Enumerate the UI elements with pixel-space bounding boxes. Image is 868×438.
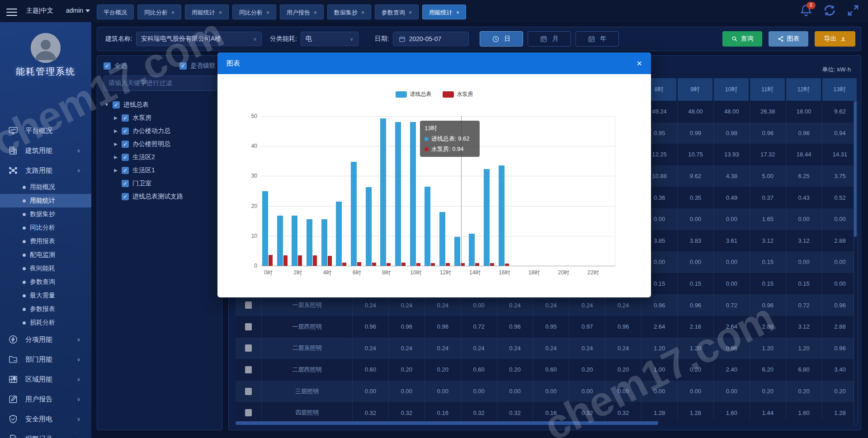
sidebar-subitem-最大需量[interactable]: 最大需量 — [0, 289, 91, 302]
chart-button[interactable]: 图表 — [769, 31, 808, 47]
vertical-scrollbar[interactable] — [854, 101, 858, 424]
sidebar-item-报警记录[interactable]: 报警记录∨ — [0, 429, 91, 438]
bar-进线总表-14时[interactable] — [469, 234, 475, 266]
tab-参数查询-6[interactable]: 参数查询× — [375, 5, 419, 19]
bar-水泵房-7时[interactable] — [372, 263, 376, 266]
tree-node-门卫室[interactable]: ✓门卫室 — [97, 177, 222, 190]
bell-icon[interactable]: 0 — [799, 4, 813, 17]
sidebar-subitem-损耗分析[interactable]: 损耗分析 — [0, 316, 91, 330]
tab-同比分析-1[interactable]: 同比分析× — [137, 5, 181, 19]
sidebar-item-支路用能[interactable]: 支路用能∧ — [0, 160, 91, 180]
tree-closed-icon[interactable]: ▶ — [113, 155, 119, 160]
bar-水泵房-3时[interactable] — [313, 255, 317, 266]
legend-item-水泵房[interactable]: 水泵房 — [443, 90, 473, 98]
tree-node-水泵房[interactable]: ▶✓水泵房 — [97, 111, 222, 124]
tree-closed-icon[interactable]: ▶ — [113, 128, 119, 133]
sidebar-subitem-数据集抄[interactable]: 数据集抄 — [0, 207, 91, 221]
sidebar-subitem-参数查询[interactable]: 参数查询 — [0, 275, 91, 289]
period-button-日[interactable]: 日 — [480, 31, 523, 47]
bar-进线总表-7时[interactable] — [366, 187, 372, 266]
query-button[interactable]: 查询 — [722, 31, 762, 47]
bar-水泵房-6时[interactable] — [357, 262, 361, 266]
sidebar-item-部门用能[interactable]: 部门用能∨ — [0, 349, 91, 369]
tab-close-icon[interactable]: × — [361, 9, 364, 16]
checkbox-checked-icon[interactable]: ✓ — [122, 127, 129, 135]
hamburger-menu-icon[interactable] — [6, 6, 17, 15]
category-select[interactable]: 电∨ — [301, 32, 359, 46]
bar-进线总表-12时[interactable] — [439, 212, 445, 266]
sidebar-subitem-夜间能耗[interactable]: 夜间能耗 — [0, 262, 91, 275]
building-select[interactable]: 安科瑞电气股份有限公司A楼∨ — [136, 32, 262, 46]
tree-open-icon[interactable]: ▼ — [104, 102, 110, 107]
sidebar-subitem-用能概况[interactable]: 用能概况 — [0, 180, 91, 194]
checkbox-checked-icon[interactable]: ✓ — [113, 101, 120, 108]
checkbox-checked-icon[interactable]: ✓ — [122, 167, 129, 174]
bar-进线总表-13时[interactable] — [454, 237, 460, 266]
sidebar-item-安全用电[interactable]: 安全用电∨ — [0, 409, 91, 429]
horizontal-scrollbar[interactable] — [236, 421, 850, 425]
sidebar-item-分项用能[interactable]: 分项用能∨ — [0, 330, 91, 349]
horizontal-scrollbar-thumb[interactable] — [236, 421, 658, 425]
tree-closed-icon[interactable]: ▶ — [113, 168, 119, 173]
tab-平台概况-0[interactable]: 平台概况 — [97, 5, 134, 19]
theme-language-switch[interactable]: 主题|中文 — [26, 7, 53, 15]
bar-进线总表-1时[interactable] — [277, 216, 283, 266]
bar-进线总表-8时[interactable] — [380, 118, 386, 266]
bar-水泵房-4时[interactable] — [328, 256, 332, 266]
tab-close-icon[interactable]: × — [314, 9, 317, 16]
bar-进线总表-4时[interactable] — [321, 219, 327, 266]
cascade-checkbox[interactable]: ✓ 是否级联 — [179, 62, 216, 70]
bar-水泵房-1时[interactable] — [283, 255, 288, 266]
sidebar-subitem-配电监测[interactable]: 配电监测 — [0, 248, 91, 262]
bar-水泵房-15时[interactable] — [490, 263, 494, 266]
bar-进线总表-11时[interactable] — [425, 187, 430, 266]
close-icon[interactable]: × — [637, 59, 642, 68]
sidebar-item-平台概况[interactable]: 平台概况 — [0, 121, 91, 141]
row-checkbox[interactable] — [245, 323, 252, 330]
bar-水泵房-12时[interactable] — [446, 263, 450, 266]
bar-进线总表-5时[interactable] — [336, 202, 342, 266]
tree-node-办公楼动力总[interactable]: ▶✓办公楼动力总 — [97, 124, 222, 137]
tab-close-icon[interactable]: × — [266, 9, 269, 16]
fullscreen-icon[interactable] — [846, 4, 860, 17]
tab-close-icon[interactable]: × — [171, 9, 175, 16]
tab-close-icon[interactable]: × — [456, 9, 459, 16]
date-input[interactable]: 2020-05-07 — [393, 32, 469, 46]
sidebar-item-建筑用能[interactable]: 建筑用能∨ — [0, 141, 91, 160]
bar-进线总表-10时[interactable] — [410, 122, 416, 266]
checkbox-checked-icon[interactable]: ✓ — [122, 141, 129, 148]
legend-item-进线总表[interactable]: 进线总表 — [396, 90, 432, 98]
tab-用能统计-7[interactable]: 用能统计× — [422, 5, 466, 19]
tab-同比分析-3[interactable]: 同比分析× — [232, 5, 276, 19]
tab-数据集抄-5[interactable]: 数据集抄× — [327, 5, 371, 19]
tree-filter-input[interactable]: 请输入关键字进行过滤 — [104, 75, 217, 91]
checkbox-checked-icon[interactable]: ✓ — [122, 180, 129, 187]
bar-水泵房-9时[interactable] — [401, 263, 406, 266]
sidebar-item-用户报告[interactable]: 用户报告∨ — [0, 389, 91, 409]
sidebar-item-区域用能[interactable]: 区域用能∨ — [0, 369, 91, 389]
tree-node-生活区2[interactable]: ▶✓生活区2 — [97, 151, 222, 164]
bar-进线总表-16时[interactable] — [499, 165, 505, 266]
row-checkbox[interactable] — [245, 366, 252, 373]
tree-node-进线总表测试支路[interactable]: ✓进线总表测试支路 — [97, 190, 222, 203]
row-checkbox[interactable] — [245, 301, 252, 309]
bar-进线总表-15时[interactable] — [484, 169, 490, 266]
tab-close-icon[interactable]: × — [219, 9, 222, 16]
tree-node-办公楼照明总[interactable]: ▶✓办公楼照明总 — [97, 137, 222, 151]
tab-close-icon[interactable]: × — [409, 9, 412, 16]
bar-进线总表-9时[interactable] — [395, 122, 401, 266]
bar-水泵房-10时[interactable] — [416, 263, 420, 266]
tree-closed-icon[interactable]: ▶ — [113, 141, 119, 146]
sidebar-subitem-同比分析[interactable]: 同比分析 — [0, 221, 91, 235]
bar-水泵房-16时[interactable] — [505, 264, 509, 266]
bar-水泵房-14时[interactable] — [475, 263, 479, 266]
export-button[interactable]: 导出 — [815, 31, 855, 47]
sidebar-subitem-参数报表[interactable]: 参数报表 — [0, 302, 91, 316]
bar-进线总表-2时[interactable] — [292, 216, 297, 266]
tab-用能统计-2[interactable]: 用能统计× — [185, 5, 229, 19]
checkbox-checked-icon[interactable]: ✓ — [122, 193, 129, 200]
bar-进线总表-0时[interactable] — [262, 191, 268, 266]
checkbox-checked-icon[interactable]: ✓ — [122, 154, 129, 161]
row-checkbox[interactable] — [245, 344, 252, 352]
bar-水泵房-5时[interactable] — [342, 263, 346, 266]
